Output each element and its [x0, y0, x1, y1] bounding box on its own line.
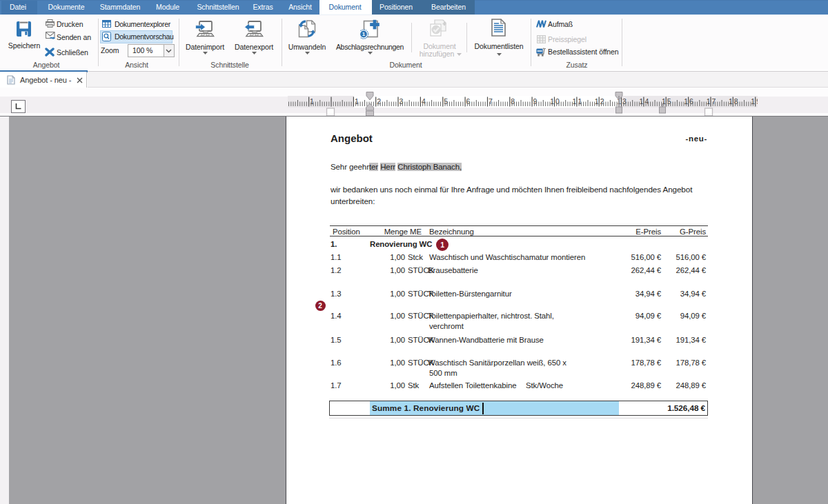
svg-text:1: 1 [362, 31, 366, 37]
